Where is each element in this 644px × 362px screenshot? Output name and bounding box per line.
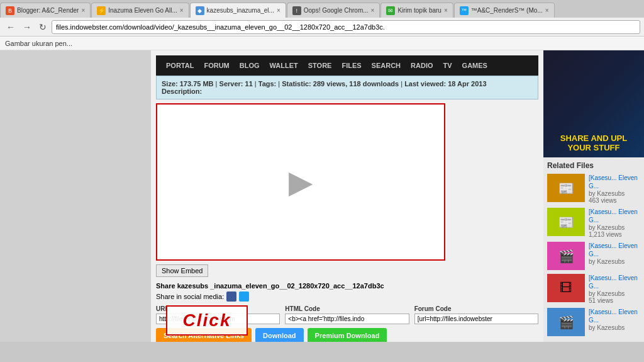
twitter-icon[interactable] (239, 291, 249, 302)
thumb-icon-1: 📰 (558, 181, 574, 196)
tab-favicon: ™ (460, 6, 469, 15)
tab-close[interactable]: × (177, 7, 184, 14)
tab-ac-label: ™A&C_RenderS™ (Mo... (471, 7, 543, 14)
related-by-1: by Kazesubs (589, 190, 640, 197)
nav-forum[interactable]: FORUM (199, 55, 234, 76)
related-name-5[interactable]: [Kasesu... Eleven G... (589, 308, 640, 324)
last-viewed-value: 18 Apr 2013 (448, 80, 486, 88)
facebook-icon[interactable] (226, 291, 236, 302)
tab-blogger-label: Blogger: A&C_Render (17, 7, 79, 14)
file-info-bar: Size: 173.75 MB | Server: 11 | Tags: | S… (156, 76, 538, 99)
download-button[interactable]: Download (255, 328, 304, 342)
forum-label: Forum Code (414, 305, 538, 312)
nav-store[interactable]: STORE (303, 55, 337, 76)
related-by-2: by Kazesubs (589, 224, 640, 231)
nav-files[interactable]: FILES (336, 55, 366, 76)
thumb-icon-5: 🎬 (558, 315, 574, 330)
related-info-5: [Kasesu... Eleven G... by Kazesubs (589, 308, 640, 336)
related-info-2: [Kasesu... Eleven G... by Kazesubs 1,213… (589, 208, 640, 238)
tab-inazuma[interactable]: ⚡ Inazuma Eleven Go All... × (91, 3, 189, 18)
related-name-4[interactable]: [Kasesu... Eleven G... (589, 274, 640, 290)
nav-wallet[interactable]: WALLET (265, 55, 303, 76)
related-files-title: Related Files (547, 161, 640, 170)
related-thumb-4: 🎞 (547, 274, 585, 302)
nav-portal[interactable]: PORTAL (161, 55, 199, 76)
related-files-section: Related Files 📰 [Kasesu... Eleven G... b… (543, 157, 644, 342)
related-thumb-5: 🎬 (547, 308, 585, 336)
nav-tv[interactable]: TV (438, 55, 457, 76)
video-container[interactable]: ▶ (156, 103, 445, 261)
tab-close[interactable]: × (441, 7, 448, 14)
related-item-4: 🎞 [Kasesu... Eleven G... by Kazesubs 51 … (547, 274, 640, 304)
related-name-1[interactable]: [Kasesu... Eleven G... (589, 174, 640, 190)
tab-blogger[interactable]: B Blogger: A&C_Render × (0, 3, 91, 18)
related-thumb-3: 🎬 (547, 242, 585, 270)
related-item-3: 🎬 [Kasesu... Eleven G... by Kazesubs (547, 242, 640, 270)
tab-kirim[interactable]: ✉ Kirim topik baru × (380, 3, 453, 18)
back-button[interactable]: ← (4, 21, 18, 33)
address-bar[interactable] (52, 20, 640, 34)
premium-download-button[interactable]: Premium Download (308, 328, 387, 342)
click-text: Click (183, 310, 231, 331)
last-viewed-label: Last viewed: (404, 80, 446, 88)
related-name-3[interactable]: [Kasesu... Eleven G... (589, 242, 640, 258)
nav-radio[interactable]: RADIO (406, 55, 438, 76)
related-by-3: by Kazesubs (589, 258, 640, 265)
play-button-icon[interactable]: ▶ (289, 164, 313, 200)
tags-label: Tags: (258, 80, 277, 88)
tab-close[interactable]: × (543, 7, 549, 14)
related-thumb-1: 📰 (547, 174, 585, 202)
tab-ac-renders[interactable]: ™ ™A&C_RenderS™ (Mo... × (454, 3, 555, 18)
tab-favicon: ✉ (386, 6, 395, 15)
tab-bar: B Blogger: A&C_Render × ⚡ Inazuma Eleven… (0, 0, 644, 18)
related-info-4: [Kasesu... Eleven G... by Kazesubs 51 vi… (589, 274, 640, 304)
related-info-3: [Kasesu... Eleven G... by Kazesubs (589, 242, 640, 270)
bookmark-bar: Gambar ukuran pen... (0, 37, 644, 50)
related-views-4: 51 views (589, 297, 640, 304)
related-name-2[interactable]: [Kasesu... Eleven G... (589, 208, 640, 224)
tab-favicon: ! (292, 6, 301, 15)
tab-kazesubs[interactable]: ◆ kazesubs_inazuma_el... × (190, 3, 286, 18)
size-value: 173.75 MB (180, 80, 214, 88)
nav-blog[interactable]: BLOG (235, 55, 265, 76)
nav-search[interactable]: SEARCH (367, 55, 406, 76)
share-title: Share kazesubs _inazuma_eleven_go__02_12… (156, 282, 538, 290)
tab-oops[interactable]: ! Oops! Google Chrom... × (287, 3, 380, 18)
nav-games[interactable]: GAMES (457, 55, 492, 76)
related-item-2: 📰 [Kasesu... Eleven G... by Kazesubs 1,2… (547, 208, 640, 238)
tab-close[interactable]: × (79, 7, 85, 14)
html-input[interactable] (285, 314, 409, 324)
description-label: Description: (162, 88, 202, 95)
navigation-bar: ← → ↻ (0, 18, 644, 37)
html-field-group: HTML Code (285, 305, 409, 324)
ad-main-text: SHARE AND UPL (560, 133, 627, 143)
server-label: Server: (219, 80, 243, 88)
related-by-5: by Kazesubs (589, 324, 640, 331)
tab-kazesubs-label: kazesubs_inazuma_el... (207, 7, 274, 14)
tab-close[interactable]: × (369, 7, 375, 14)
related-info-1: [Kasesu... Eleven G... by Kazesubs 463 v… (589, 174, 640, 204)
left-sidebar (0, 50, 151, 342)
tab-oops-label: Oops! Google Chrom... (304, 7, 369, 14)
site-navigation: PORTAL FORUM BLOG WALLET STORE FILES SEA… (156, 55, 538, 76)
tab-close[interactable]: × (274, 7, 280, 14)
show-embed-button[interactable]: Show Embed (156, 264, 208, 277)
related-item-5: 🎬 [Kasesu... Eleven G... by Kazesubs (547, 308, 640, 336)
related-item-1: 📰 [Kasesu... Eleven G... by Kazesubs 463… (547, 174, 640, 204)
bookmark-item[interactable]: Gambar ukuran pen... (5, 40, 72, 47)
click-annotation: Click (166, 305, 248, 336)
tab-favicon: B (6, 6, 14, 15)
forward-button[interactable]: → (20, 21, 34, 33)
server-value: 11 (245, 80, 253, 88)
share-social-row: Share in social media: (156, 291, 538, 302)
main-area: PORTAL FORUM BLOG WALLET STORE FILES SEA… (151, 50, 543, 342)
related-thumb-2: 📰 (547, 208, 585, 236)
statistic-value: 289 views, 118 downloads (313, 80, 399, 88)
reload-button[interactable]: ↻ (36, 21, 49, 33)
forum-input[interactable] (414, 314, 538, 324)
right-sidebar: SHARE AND UPL YOUR STUFF Related Files 📰… (543, 50, 644, 342)
size-label: Size: (162, 80, 178, 88)
tab-favicon: ⚡ (97, 6, 106, 15)
thumb-icon-2: 📰 (558, 215, 574, 230)
related-views-2: 1,213 views (589, 231, 640, 238)
